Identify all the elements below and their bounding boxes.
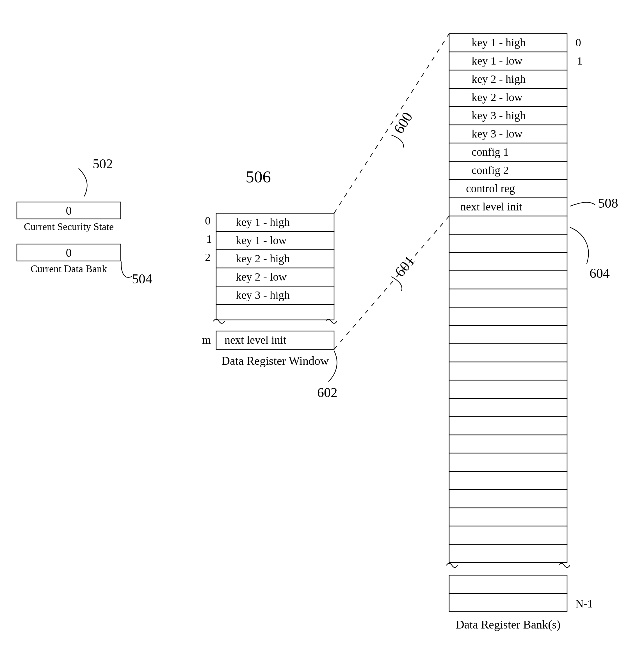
window-row-4-text: key 3 - high xyxy=(236,289,290,301)
bank-row-8-text: control reg xyxy=(466,182,515,195)
break-mark-bank-left xyxy=(446,563,458,568)
callout-504 xyxy=(121,262,132,277)
ref-601: 601 xyxy=(392,253,418,280)
current-security-state-group: 0 Current Security State xyxy=(17,202,121,232)
ref-502: 502 xyxy=(93,156,113,171)
bank-index-1: 1 xyxy=(577,54,583,67)
window-row-blank xyxy=(216,305,334,320)
callout-508 xyxy=(570,202,595,206)
bank-row-9-text: next level init xyxy=(460,200,522,213)
ref-604: 604 xyxy=(590,266,610,281)
window-row-m-text: next level init xyxy=(224,334,286,346)
bank-row-empty xyxy=(449,344,567,362)
bank-row-6-text: config 1 xyxy=(472,145,509,158)
window-row-3-text: key 2 - low xyxy=(236,270,287,283)
bank-row-empty xyxy=(449,289,567,307)
ref-602: 602 xyxy=(317,385,337,400)
bank-row-final-2 xyxy=(449,593,567,612)
ref-504: 504 xyxy=(132,271,152,286)
bank-index-n: N-1 xyxy=(575,597,593,610)
bank-row-4-text: key 3 - high xyxy=(472,109,526,122)
bank-row-empty xyxy=(449,417,567,435)
bank-row-empty xyxy=(449,508,567,526)
bank-row-empty xyxy=(449,252,567,271)
window-index-2: 2 xyxy=(205,251,211,264)
window-row-1-text: key 1 - low xyxy=(236,234,287,247)
bank-row-empty xyxy=(449,544,567,563)
bank-row-empty xyxy=(449,471,567,490)
security-state-label: Current Security State xyxy=(24,221,114,232)
window-row-0-text: key 1 - high xyxy=(236,216,290,228)
bank-row-empty xyxy=(449,307,567,326)
bank-row-empty xyxy=(449,435,567,453)
bank-row-empty xyxy=(449,362,567,380)
bank-row-7-text: config 2 xyxy=(472,164,509,177)
window-row-2-text: key 2 - high xyxy=(236,252,290,265)
window-index-0: 0 xyxy=(205,215,211,227)
data-register-bank: key 1 - high key 1 - low key 2 - high ke… xyxy=(446,34,593,631)
data-bank-value: 0 xyxy=(66,246,72,259)
data-register-window: 506 key 1 - high key 1 - low key 2 - hig… xyxy=(202,167,337,400)
bank-row-3-text: key 2 - low xyxy=(472,91,522,104)
bank-row-final-1 xyxy=(449,575,567,593)
bank-row-empty xyxy=(449,380,567,399)
window-index-m: m xyxy=(202,334,211,346)
break-mark-bank-right xyxy=(559,563,570,568)
bank-row-2-text: key 2 - high xyxy=(472,73,526,85)
bank-index-0: 0 xyxy=(575,36,581,49)
bank-row-empty xyxy=(449,326,567,344)
bank-row-empty xyxy=(449,271,567,289)
bank-row-5-text: key 3 - low xyxy=(472,127,522,140)
bank-row-empty xyxy=(449,453,567,471)
bank-row-0-text: key 1 - high xyxy=(472,36,526,49)
bank-caption: Data Register Bank(s) xyxy=(456,618,560,631)
current-data-bank-group: 0 Current Data Bank xyxy=(17,244,121,274)
bank-row-empty xyxy=(449,526,567,544)
ref-600: 600 xyxy=(391,109,416,136)
bank-row-1-text: key 1 - low xyxy=(472,54,522,67)
security-state-value: 0 xyxy=(66,204,72,217)
bank-row-empty xyxy=(449,216,567,234)
mapping-line-bottom xyxy=(334,216,449,349)
window-index-1: 1 xyxy=(206,232,212,245)
bank-row-empty xyxy=(449,490,567,508)
mapping-line-top xyxy=(334,34,449,213)
ref-506: 506 xyxy=(246,167,271,186)
data-bank-label: Current Data Bank xyxy=(30,263,107,274)
window-caption: Data Register Window xyxy=(221,354,329,367)
callout-502 xyxy=(79,169,87,196)
ref-508: 508 xyxy=(598,196,618,210)
callout-602 xyxy=(328,351,337,382)
callout-604 xyxy=(570,227,588,264)
bank-row-empty xyxy=(449,234,567,252)
bank-row-empty xyxy=(449,399,567,417)
